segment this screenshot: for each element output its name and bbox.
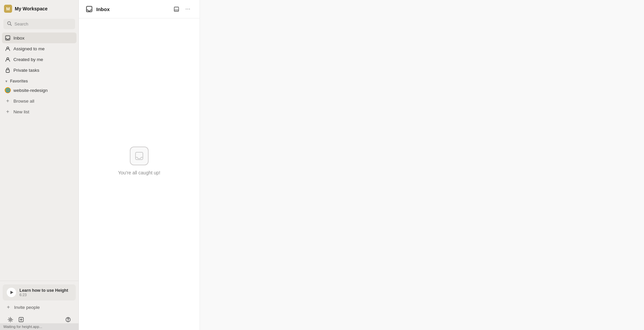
status-bar: Waiting for height.app... xyxy=(0,323,78,330)
header-actions xyxy=(171,4,193,14)
created-label: Created by me xyxy=(13,57,43,62)
invite-people-item[interactable]: + Invite people xyxy=(3,302,76,313)
inbox-icon xyxy=(5,35,11,41)
svg-rect-5 xyxy=(6,70,9,72)
nav-items: Inbox Assigned to me Created by me xyxy=(0,32,78,281)
plus-icon-list: + xyxy=(5,109,11,115)
workspace-name: My Workspace xyxy=(15,6,48,11)
caught-up-icon xyxy=(130,147,149,165)
created-icon xyxy=(5,56,11,62)
right-panel xyxy=(200,0,644,330)
svg-point-11 xyxy=(68,321,68,321)
chevron-down-icon: ▼ xyxy=(5,79,8,83)
workspace-header[interactable]: M My Workspace xyxy=(0,0,78,17)
learn-title: Learn how to use Height xyxy=(19,288,68,293)
more-options-button[interactable] xyxy=(183,4,193,14)
sidebar-item-assigned[interactable]: Assigned to me xyxy=(2,43,76,54)
sidebar: M My Workspace Search Inbox xyxy=(0,0,79,330)
website-redesign-label: website-redesign xyxy=(13,88,48,93)
page-title: Inbox xyxy=(96,6,168,12)
svg-point-17 xyxy=(189,9,190,9)
caught-up-message: You're all caught up! xyxy=(118,170,160,175)
sidebar-item-inbox[interactable]: Inbox xyxy=(2,33,76,43)
plus-icon-invite: + xyxy=(5,304,11,310)
content-header: Inbox xyxy=(79,0,200,18)
svg-point-16 xyxy=(187,9,188,9)
invite-label: Invite people xyxy=(14,305,40,310)
svg-line-1 xyxy=(10,24,12,26)
favorites-section-header[interactable]: ▼ Favorites xyxy=(2,75,76,85)
search-bar[interactable]: Search xyxy=(3,19,75,29)
svg-point-15 xyxy=(186,9,186,9)
play-icon xyxy=(7,288,16,297)
lock-icon xyxy=(5,67,11,73)
plus-icon-browse: + xyxy=(5,98,11,104)
main-content: Inbox You're al xyxy=(79,0,200,330)
sidebar-item-private[interactable]: Private tasks xyxy=(2,65,76,75)
inbox-body: You're all caught up! xyxy=(79,18,200,330)
new-list-label: New list xyxy=(13,109,29,114)
sidebar-item-created[interactable]: Created by me xyxy=(2,54,76,65)
add-icon[interactable] xyxy=(17,315,25,324)
search-placeholder: Search xyxy=(14,21,28,26)
assigned-icon xyxy=(5,46,11,52)
assigned-label: Assigned to me xyxy=(13,46,45,51)
sidebar-item-website-redesign[interactable]: 🌐 website-redesign xyxy=(2,85,76,96)
website-redesign-icon: 🌐 xyxy=(5,87,11,93)
help-icon[interactable] xyxy=(64,315,72,324)
workspace-avatar: M xyxy=(4,5,12,13)
browse-all-label: Browse all xyxy=(13,99,34,104)
settings-icon[interactable] xyxy=(6,315,15,324)
browse-all-item[interactable]: + Browse all xyxy=(2,96,76,106)
search-icon xyxy=(7,21,12,27)
filter-button[interactable] xyxy=(171,4,181,14)
inbox-label: Inbox xyxy=(13,36,24,41)
status-text: Waiting for height.app... xyxy=(3,325,42,329)
private-label: Private tasks xyxy=(13,68,39,73)
svg-rect-13 xyxy=(174,7,179,11)
sidebar-bottom: Learn how to use Height 6:23 + Invite pe… xyxy=(0,281,78,330)
learn-card[interactable]: Learn how to use Height 6:23 xyxy=(3,284,76,300)
learn-duration: 6:23 xyxy=(19,293,68,297)
inbox-header-icon xyxy=(86,5,93,13)
new-list-item[interactable]: + New list xyxy=(2,106,76,117)
favorites-label: Favorites xyxy=(10,79,28,84)
